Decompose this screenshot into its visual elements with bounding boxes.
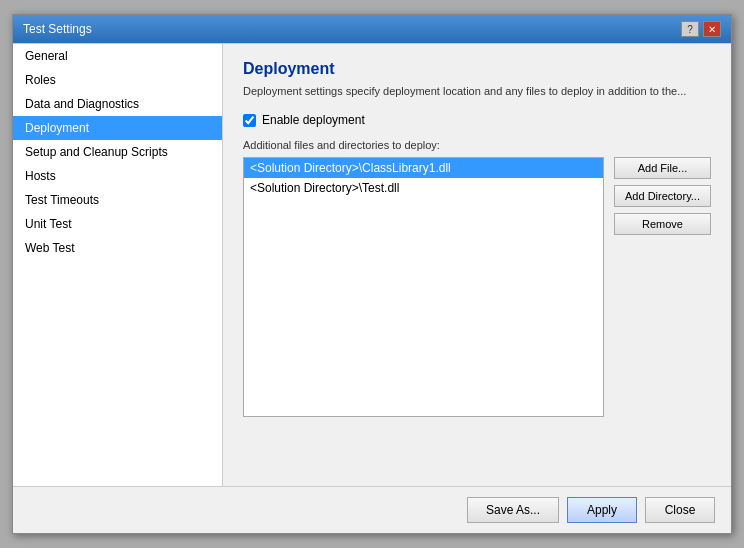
sidebar-item-data-and-diagnostics[interactable]: Data and Diagnostics <box>13 92 222 116</box>
test-settings-dialog: Test Settings ? ✕ GeneralRolesData and D… <box>12 14 732 534</box>
sidebar-item-hosts[interactable]: Hosts <box>13 164 222 188</box>
apply-button[interactable]: Apply <box>567 497 637 523</box>
add-directory-button[interactable]: Add Directory... <box>614 185 711 207</box>
close-button[interactable]: Close <box>645 497 715 523</box>
section-description: Deployment settings specify deployment l… <box>243 84 711 99</box>
dialog-close-button[interactable]: ✕ <box>703 21 721 37</box>
save-as-button[interactable]: Save As... <box>467 497 559 523</box>
sidebar-item-general[interactable]: General <box>13 44 222 68</box>
file-item[interactable]: <Solution Directory>\Test.dll <box>244 178 603 198</box>
dialog-body: GeneralRolesData and DiagnosticsDeployme… <box>13 43 731 486</box>
title-bar: Test Settings ? ✕ <box>13 15 731 43</box>
sidebar-item-test-timeouts[interactable]: Test Timeouts <box>13 188 222 212</box>
sidebar-item-setup-and-cleanup-scripts[interactable]: Setup and Cleanup Scripts <box>13 140 222 164</box>
enable-deployment-checkbox[interactable] <box>243 114 256 127</box>
files-action-buttons: Add File... Add Directory... Remove <box>614 157 711 235</box>
files-list[interactable]: <Solution Directory>\ClassLibrary1.dll<S… <box>243 157 604 417</box>
enable-deployment-label: Enable deployment <box>262 113 365 127</box>
enable-deployment-row: Enable deployment <box>243 113 711 127</box>
sidebar: GeneralRolesData and DiagnosticsDeployme… <box>13 44 223 486</box>
file-item[interactable]: <Solution Directory>\ClassLibrary1.dll <box>244 158 603 178</box>
section-title: Deployment <box>243 60 711 78</box>
sidebar-item-roles[interactable]: Roles <box>13 68 222 92</box>
sidebar-item-deployment[interactable]: Deployment <box>13 116 222 140</box>
help-button[interactable]: ? <box>681 21 699 37</box>
sidebar-item-web-test[interactable]: Web Test <box>13 236 222 260</box>
sidebar-item-unit-test[interactable]: Unit Test <box>13 212 222 236</box>
files-container: <Solution Directory>\ClassLibrary1.dll<S… <box>243 157 711 417</box>
remove-button[interactable]: Remove <box>614 213 711 235</box>
dialog-title: Test Settings <box>23 22 92 36</box>
dialog-footer: Save As... Apply Close <box>13 486 731 533</box>
content-area: Deployment Deployment settings specify d… <box>223 44 731 486</box>
files-section-label: Additional files and directories to depl… <box>243 139 711 151</box>
add-file-button[interactable]: Add File... <box>614 157 711 179</box>
title-bar-controls: ? ✕ <box>681 21 721 37</box>
